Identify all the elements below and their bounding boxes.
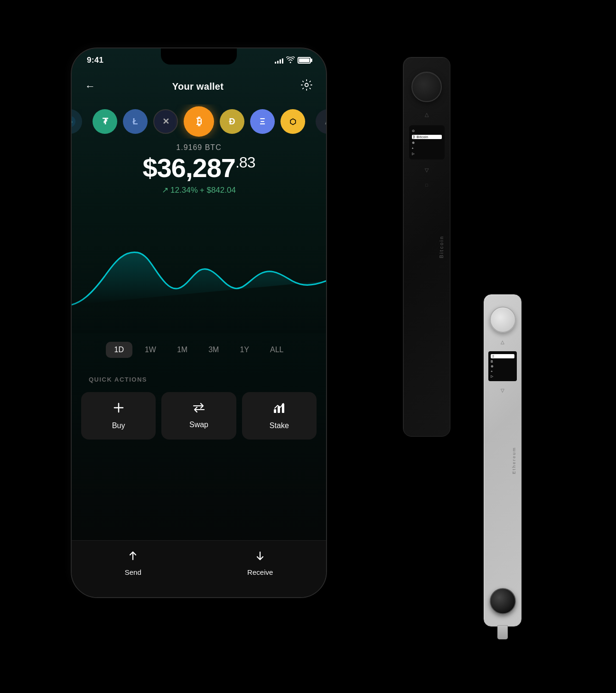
bottom-bar: Send Receive: [72, 540, 326, 597]
time-filter-all[interactable]: ALL: [261, 342, 292, 358]
ledger-s-nav-down: ▽: [501, 388, 504, 393]
ledger-s-menu-item-4: ▷: [491, 375, 514, 378]
coin-ethereum[interactable]: Ξ: [250, 109, 275, 134]
ledger-s-label: Ethereum: [512, 447, 516, 474]
ledger-s-bottom-button[interactable]: [490, 588, 516, 614]
svg-rect-5: [274, 409, 276, 413]
ledger-s-usb: [497, 625, 508, 639]
ledger-s-top-button[interactable]: [490, 307, 516, 333]
send-button[interactable]: Send: [125, 550, 141, 576]
back-button[interactable]: ←: [85, 80, 95, 93]
coin-row: ◆ ₮ Ł ✕ ₿ Ð Ξ ⬡ A: [72, 104, 326, 139]
price-chart: [72, 210, 326, 333]
change-usd: + $842.04: [200, 186, 236, 195]
ledger-s-menu-item-3: +: [491, 370, 514, 373]
ledger-x-menu-item: ⊙: [412, 129, 442, 133]
ledger-x-nav-up: △: [425, 112, 429, 118]
receive-label: Receive: [247, 568, 273, 576]
ledger-s-menu-item-2: ⊕: [491, 365, 514, 368]
time-filter-3m[interactable]: 3M: [200, 342, 227, 358]
status-time: 9:41: [87, 56, 103, 65]
signal-bars: [275, 57, 283, 64]
ledger-nano-x: △ ⊙ ₿Bitcoin ⊕ + ▷ ▽ □ Bitcoin: [403, 57, 450, 437]
coin-partial-right[interactable]: A: [316, 109, 326, 134]
battery-fill: [299, 58, 309, 62]
svg-point-0: [305, 84, 308, 87]
time-filter-1y[interactable]: 1Y: [231, 342, 258, 358]
signal-bar-4: [282, 58, 283, 64]
notch: [161, 48, 237, 65]
ledger-s-screen: Ξ B ⊕ + ▷: [488, 351, 517, 381]
ledger-x-menu-item-4: ▷: [412, 152, 442, 156]
ledger-s-menu-item-1: B: [491, 360, 514, 363]
change-arrow: ↗: [162, 185, 168, 195]
time-filter-1w[interactable]: 1W: [136, 342, 165, 358]
svg-rect-6: [278, 406, 280, 413]
balance-section: 1.9169 BTC $36,287.83 ↗ 12.34% + $842.04: [72, 143, 326, 195]
time-filter-1m[interactable]: 1M: [168, 342, 196, 358]
swap-button[interactable]: Swap: [161, 392, 236, 440]
time-filter-1d[interactable]: 1D: [106, 342, 132, 358]
coin-litecoin[interactable]: Ł: [123, 109, 148, 134]
quick-actions-label: QUICK ACTIONS: [89, 376, 147, 383]
buy-icon: [112, 402, 125, 417]
signal-bar-2: [277, 61, 279, 64]
coin-tether[interactable]: ₮: [93, 109, 117, 134]
ledger-x-screen: ⊙ ₿Bitcoin ⊕ + ▷: [409, 125, 445, 159]
send-icon: [127, 550, 139, 564]
stake-label: Stake: [270, 421, 289, 430]
scene: 9:41: [47, 19, 569, 674]
ledger-x-label: Bitcoin: [439, 235, 444, 258]
balance-change: ↗ 12.34% + $842.04: [72, 185, 326, 195]
ledger-nano-s: △ Ξ B ⊕ + ▷ ▽ Ethereum: [484, 294, 522, 627]
balance-crypto-label: 1.9169 BTC: [72, 143, 326, 152]
signal-bar-1: [275, 62, 276, 64]
ledger-x-top-button[interactable]: [411, 72, 442, 102]
balance-main: $36,287: [143, 153, 235, 183]
chart-area: [72, 210, 326, 333]
wifi-icon: [286, 56, 295, 65]
ledger-s-menu-ethereum: Ξ: [491, 354, 514, 358]
header: ← Your wallet: [72, 72, 326, 101]
coin-xrp[interactable]: ✕: [153, 109, 178, 134]
phone: 9:41: [71, 47, 327, 598]
coin-dogecoin[interactable]: Ð: [220, 109, 244, 134]
time-filters: 1D 1W 1M 3M 1Y ALL: [72, 342, 326, 358]
send-label: Send: [125, 568, 141, 576]
change-pct: 12.34%: [170, 186, 198, 195]
buy-button[interactable]: Buy: [81, 392, 156, 440]
ledger-x-menu-item-5: □: [425, 183, 428, 187]
ledger-x-menu-item-bitcoin: ₿Bitcoin: [412, 135, 442, 139]
settings-icon[interactable]: [300, 79, 313, 94]
buy-label: Buy: [112, 421, 125, 430]
page-title: Your wallet: [172, 81, 224, 92]
swap-icon: [193, 403, 205, 416]
ledger-x-menu-item-3: +: [412, 147, 442, 150]
ledger-x-nav-down: ▽: [425, 167, 429, 173]
swap-label: Swap: [189, 421, 208, 429]
ledger-x-menu-item-2: ⊕: [412, 141, 442, 145]
phone-screen: 9:41: [72, 48, 326, 597]
stake-button[interactable]: Stake: [242, 392, 317, 440]
stake-icon: [273, 402, 285, 417]
balance-cents: .83: [235, 154, 255, 171]
receive-icon: [254, 550, 266, 564]
coin-partial-left[interactable]: ◆: [72, 109, 82, 134]
coin-bitcoin-selected[interactable]: ₿: [184, 106, 214, 137]
battery-icon: [298, 57, 311, 64]
coin-binance[interactable]: ⬡: [280, 109, 305, 134]
signal-bar-3: [280, 59, 281, 64]
quick-actions-row: Buy Swap: [81, 392, 317, 440]
receive-button[interactable]: Receive: [247, 550, 273, 576]
balance-usd: $36,287.83: [72, 155, 326, 181]
ledger-s-nav-up: △: [501, 339, 504, 345]
status-icons: [275, 56, 311, 65]
